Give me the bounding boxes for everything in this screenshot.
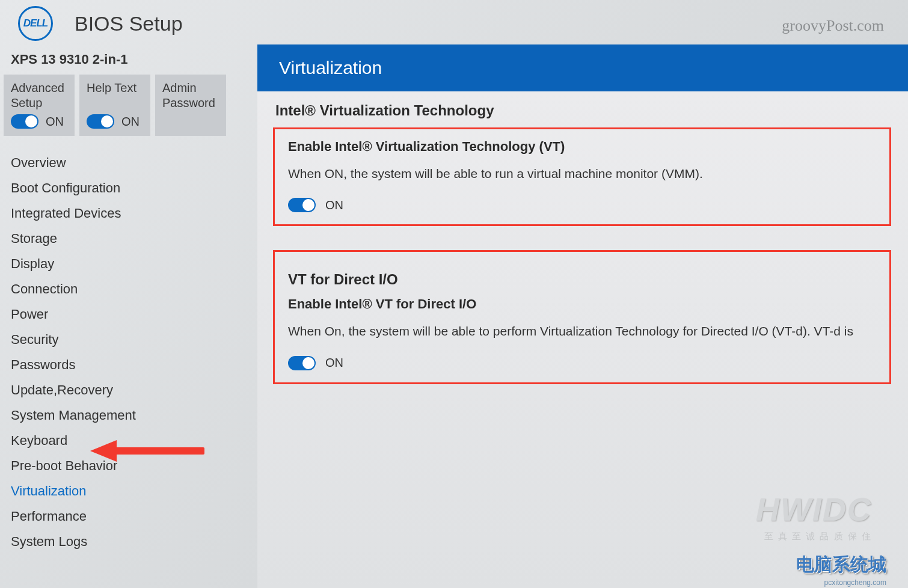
toggle-vtd-state: ON (325, 356, 343, 370)
nav-storage[interactable]: Storage (11, 226, 247, 251)
section-heading-vt: Intel® Virtualization Technology (275, 102, 891, 119)
model-name: XPS 13 9310 2-in-1 (0, 48, 247, 75)
option-title-vtd: Enable Intel® VT for Direct I/O (288, 296, 876, 312)
nav-overview[interactable]: Overview (11, 150, 247, 176)
card-label: Help Text (87, 81, 142, 96)
toggle-state: ON (121, 115, 140, 129)
sidebar-toggle-cards: Advanced Setup ON Help Text ON Admin Pas… (0, 75, 247, 150)
annotation-arrow-icon (90, 444, 210, 459)
page-title: Virtualization (257, 44, 908, 91)
nav-security[interactable]: Security (11, 327, 247, 352)
card-advanced-setup[interactable]: Advanced Setup ON (4, 75, 75, 136)
nav-boot-configuration[interactable]: Boot Configuration (11, 176, 247, 201)
nav-virtualization[interactable]: Virtualization (11, 479, 247, 504)
option-desc-vtd: When On, the system will be able to perf… (288, 323, 876, 340)
nav-passwords[interactable]: Passwords (11, 352, 247, 378)
toggle-state: ON (46, 115, 64, 129)
card-label: Advanced Setup (11, 81, 66, 111)
nav-display[interactable]: Display (11, 251, 247, 277)
nav-performance[interactable]: Performance (11, 504, 247, 529)
card-label: Admin Password (162, 81, 218, 111)
watermark-cn: 电脑系统城 (796, 553, 886, 577)
toggle-vtd[interactable] (288, 356, 316, 370)
toggle-vt[interactable] (288, 198, 316, 212)
toggle-switch-icon[interactable] (87, 114, 114, 129)
highlight-box-vtd: VT for Direct I/O Enable Intel® VT for D… (273, 250, 891, 384)
nav-system-management[interactable]: System Management (11, 403, 247, 428)
watermark-cn-url: pcxitongcheng.com (824, 578, 886, 587)
content-area: Intel® Virtualization Technology Enable … (257, 91, 908, 384)
option-desc-vt: When ON, the system will be able to run … (288, 165, 876, 182)
dell-logo-icon: DELL (18, 6, 53, 41)
nav-system-logs[interactable]: System Logs (11, 529, 247, 554)
toggle-vt-state: ON (325, 198, 343, 212)
sidebar: XPS 13 9310 2-in-1 Advanced Setup ON Hel… (0, 48, 247, 588)
nav-connection[interactable]: Connection (11, 277, 247, 302)
option-title-vt: Enable Intel® Virtualization Technology … (288, 139, 876, 155)
watermark-hwidc: HWIDC (756, 491, 872, 528)
nav-power[interactable]: Power (11, 302, 247, 327)
highlight-box-vt: Enable Intel® Virtualization Technology … (273, 127, 891, 226)
nav-integrated-devices[interactable]: Integrated Devices (11, 201, 247, 226)
card-help-text[interactable]: Help Text ON (79, 75, 150, 136)
bios-screen: DELL BIOS Setup groovyPost.com XPS 13 93… (0, 0, 908, 588)
watermark-hwidc-sub: 至 真 至 诚 品 质 保 住 (764, 531, 872, 542)
toggle-switch-icon[interactable] (11, 114, 38, 129)
app-title: BIOS Setup (75, 12, 183, 35)
sidebar-nav: Overview Boot Configuration Integrated D… (0, 150, 247, 554)
section-heading-vtd: VT for Direct I/O (288, 271, 876, 288)
nav-update-recovery[interactable]: Update,Recovery (11, 378, 247, 403)
watermark-groovypost: groovyPost.com (782, 17, 884, 35)
card-admin-password[interactable]: Admin Password (155, 75, 226, 136)
